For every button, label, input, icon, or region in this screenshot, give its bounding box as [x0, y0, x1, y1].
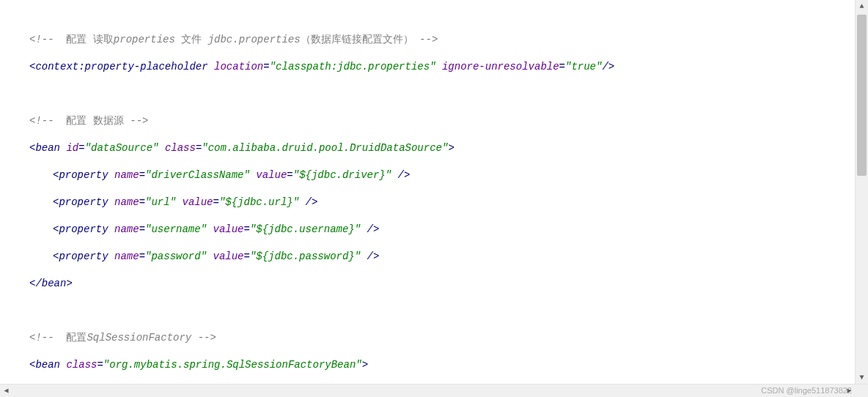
scroll-left-icon[interactable]: ◀	[0, 385, 12, 397]
scroll-down-icon[interactable]: ▼	[856, 371, 868, 384]
scroll-up-icon[interactable]: ▲	[856, 0, 868, 12]
scroll-right-icon[interactable]: ▶	[843, 385, 856, 397]
vertical-scrollbar-thumb[interactable]	[857, 15, 867, 176]
code-block: <!-- 配置 读取properties 文件 jdbc.properties（…	[0, 20, 855, 385]
vertical-scrollbar[interactable]: ▲ ▼	[855, 0, 868, 384]
horizontal-scrollbar[interactable]: ◀ ▶	[0, 384, 868, 397]
code-editor-viewport: <!-- 配置 读取properties 文件 jdbc.properties（…	[0, 0, 855, 384]
